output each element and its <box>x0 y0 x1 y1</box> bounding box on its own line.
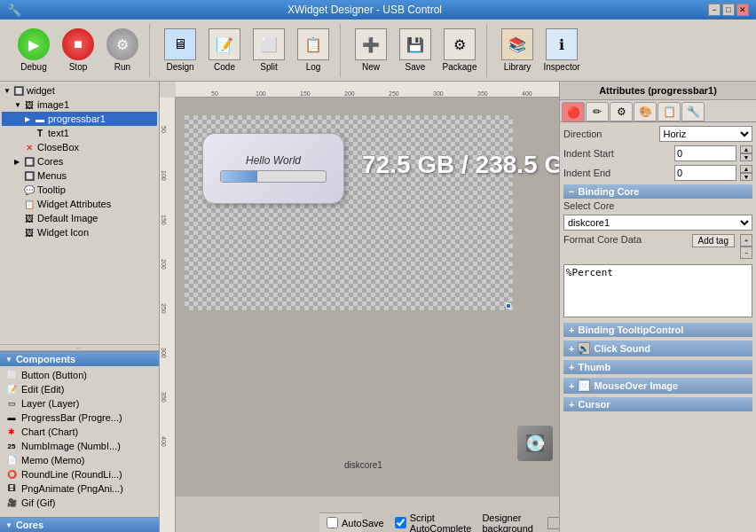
run-button[interactable]: ⚙ Run <box>103 28 142 72</box>
tree-item-progressbar1[interactable]: ▶ ▬ progressbar1 <box>2 112 157 126</box>
tree-arrow-pb[interactable]: ▶ <box>25 115 34 123</box>
tree-splitter[interactable] <box>0 344 159 351</box>
direction-select[interactable]: Horiz Vert <box>659 126 753 142</box>
mouseover-image-header[interactable]: + 🖼 MouseOver Image <box>563 378 752 394</box>
tree-arrow[interactable]: ▼ <box>4 87 12 95</box>
maximize-button[interactable]: □ <box>722 4 735 16</box>
components-header[interactable]: ▼ Components <box>0 352 159 366</box>
cores-arrow: ▼ <box>5 521 12 529</box>
indent-start-down[interactable]: ▼ <box>740 153 752 161</box>
numbimage-icon: 25 <box>5 440 18 452</box>
menus-icon: 🔲 <box>23 169 35 182</box>
format-textarea[interactable]: %Percent <box>563 264 752 317</box>
cores-icon: 🔲 <box>23 155 35 168</box>
tree-item-widget[interactable]: ▼ 🔲 widget <box>2 83 157 98</box>
progress-mini <box>220 170 327 183</box>
tree-item-image1[interactable]: ▼ 🖼 image1 <box>2 98 157 112</box>
cores-header[interactable]: ▼ Cores <box>0 518 159 532</box>
format-down[interactable]: − <box>740 246 752 259</box>
tree-arrow-image1[interactable]: ▼ <box>14 101 23 109</box>
script-autocomplete-text: Script AutoComplete <box>410 512 472 533</box>
app-icon: 🔧 <box>7 4 21 17</box>
minimize-button[interactable]: − <box>708 4 721 16</box>
thumb-header[interactable]: + Thumb <box>563 360 752 374</box>
comp-memo[interactable]: 📄 Memo (Memo) <box>2 453 157 467</box>
inspector-button[interactable]: ℹ Inspector <box>542 28 581 72</box>
tree-item-closebox[interactable]: ✕ CloseBox <box>2 140 157 154</box>
cursor-header[interactable]: + Cursor <box>563 397 752 411</box>
comp-chart[interactable]: ✱ Chart (Chart) <box>2 425 157 439</box>
canvas-area[interactable]: 50 100 150 200 250 300 350 400 50 100 15… <box>160 82 559 532</box>
design-button[interactable]: 🖥 Design <box>161 28 200 72</box>
stop-button[interactable]: ■ Stop <box>59 28 98 72</box>
cursor-plus: + <box>569 399 574 410</box>
tick-h-250: 250 <box>389 90 399 97</box>
hello-widget[interactable]: Hello World <box>202 133 344 204</box>
tree-label-wi: Widget Icon <box>37 227 89 238</box>
tree-item-tooltip[interactable]: 💬 Tooltip <box>2 183 157 197</box>
comp-layer[interactable]: ▭ Layer (Layer) <box>2 396 157 411</box>
format-up[interactable]: + <box>740 234 752 246</box>
autosave-checkbox[interactable] <box>327 517 338 528</box>
indent-end-label: Indent End <box>563 168 671 178</box>
insp-tab-5[interactable]: 🔧 <box>681 102 705 121</box>
direction-row: Direction Horiz Vert <box>563 126 752 142</box>
insp-tab-0[interactable]: 🔴 <box>562 102 585 121</box>
close-button[interactable]: ✕ <box>736 4 749 16</box>
comp-numbimage[interactable]: 25 NumbImage (NumbI...) <box>2 439 157 453</box>
indent-start-input[interactable] <box>674 145 736 161</box>
tree-item-widgetattributes[interactable]: 📋 Widget Attributes <box>2 197 157 211</box>
indent-end-down[interactable]: ▼ <box>740 173 752 181</box>
run-controls-group: ▶ Debug ■ Stop ⚙ Run <box>7 24 150 77</box>
insp-tab-1[interactable]: ✏ <box>586 102 609 121</box>
comp-gif[interactable]: 🎥 Gif (Gif) <box>2 496 157 510</box>
resize-handle[interactable] <box>506 303 511 309</box>
save-button[interactable]: 💾 Save <box>396 28 435 72</box>
insp-tab-2[interactable]: ⚙ <box>610 102 633 121</box>
indent-end-input[interactable] <box>674 165 736 181</box>
comp-progressbar[interactable]: ▬ ProgressBar (Progre...) <box>2 411 157 425</box>
tree-item-menus[interactable]: 🔲 Menus <box>2 168 157 183</box>
comp-label-0: Button (Button) <box>21 370 87 380</box>
tree-item-cores[interactable]: ▶ 🔲 Cores <box>2 154 157 168</box>
insp-tab-3[interactable]: 🎨 <box>634 102 657 121</box>
tree-item-defaultimage[interactable]: 🖼 Default Image <box>2 211 157 225</box>
format-core-row: Format Core Data Add tag + − <box>563 234 752 259</box>
gif-icon: 🎥 <box>5 497 18 509</box>
split-button[interactable]: ⬜ Split <box>249 28 288 72</box>
binding-core-header[interactable]: − Binding Core <box>563 184 752 199</box>
comp-pnganimate[interactable]: 🎞 PngAnimate (PngAni...) <box>2 481 157 496</box>
log-button[interactable]: 📋 Log <box>294 28 333 72</box>
debug-button[interactable]: ▶ Debug <box>14 28 53 72</box>
inspector-title: Attributes (progressbar1) <box>560 82 756 100</box>
cores-panel: ▼ Cores <box>0 517 159 532</box>
tree-item-widgeticon[interactable]: 🖼 Widget Icon <box>2 225 157 239</box>
canvas-content[interactable]: Hello World 72.5 GB / 238.5 GB 💽 diskcor… <box>176 98 559 497</box>
tree-arrow-cores[interactable]: ▶ <box>14 158 23 166</box>
new-button[interactable]: ➕ New <box>351 28 390 72</box>
click-sound-header[interactable]: + 🔊 Click Sound <box>563 340 752 356</box>
indent-start-up[interactable]: ▲ <box>740 145 752 153</box>
component-list[interactable]: ⬜ Button (Button) 📝 Edit (Edit) ▭ Layer … <box>0 366 159 517</box>
components-label: Components <box>16 354 75 364</box>
package-button[interactable]: ⚙ Package <box>440 28 479 72</box>
tick-h-200: 200 <box>344 90 355 97</box>
code-button[interactable]: 📝 Code <box>205 28 244 72</box>
autosave-checkbox-label[interactable]: AutoSave <box>327 517 384 528</box>
script-autocomplete-checkbox[interactable] <box>395 517 406 528</box>
comp-edit[interactable]: 📝 Edit (Edit) <box>2 382 157 396</box>
indent-end-up[interactable]: ▲ <box>740 165 752 173</box>
design-icon: 🖥 <box>164 28 196 60</box>
designer-bg-swatch[interactable] <box>547 517 559 529</box>
library-button[interactable]: 📚 Library <box>498 28 537 72</box>
widgeticon-icon: 🖼 <box>23 226 35 239</box>
comp-roundline[interactable]: ⭕ RoundLine (RoundLi...) <box>2 467 157 481</box>
binding-tooltip-header[interactable]: + Binding TooltipControl <box>563 323 752 337</box>
select-core-select[interactable]: diskcore1 <box>563 215 752 231</box>
tree-area[interactable]: ▼ 🔲 widget ▼ 🖼 image1 ▶ ▬ progressbar1 <box>0 82 159 344</box>
add-tag-button[interactable]: Add tag <box>692 234 735 247</box>
comp-button[interactable]: ⬜ Button (Button) <box>2 368 157 382</box>
script-autocomplete-label[interactable]: Script AutoComplete <box>395 512 472 533</box>
tree-item-text1[interactable]: T text1 <box>2 126 157 140</box>
insp-tab-4[interactable]: 📋 <box>658 102 681 121</box>
